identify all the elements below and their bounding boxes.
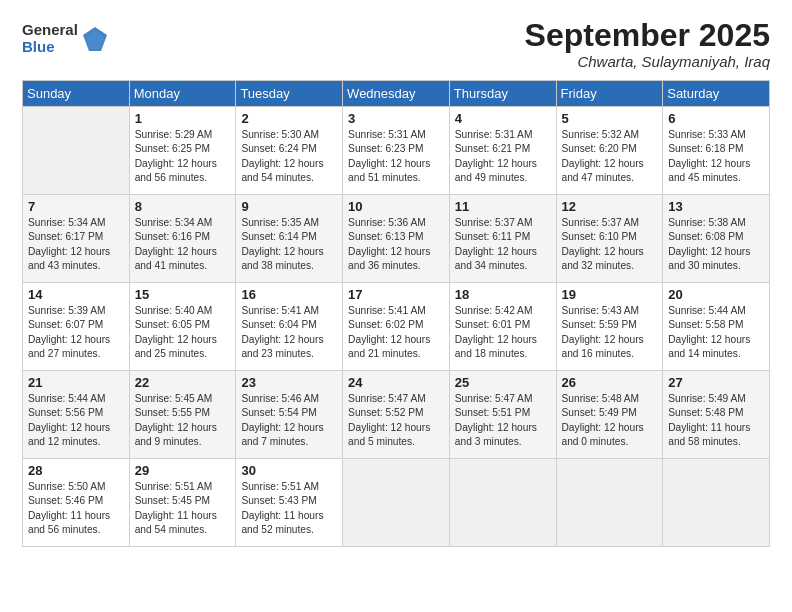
cell-info: Sunrise: 5:37 AM Sunset: 6:11 PM Dayligh…: [455, 216, 551, 273]
cell-info: Sunrise: 5:33 AM Sunset: 6:18 PM Dayligh…: [668, 128, 764, 185]
cell-info: Sunrise: 5:41 AM Sunset: 6:02 PM Dayligh…: [348, 304, 444, 361]
table-cell: 13Sunrise: 5:38 AM Sunset: 6:08 PM Dayli…: [663, 195, 770, 283]
table-cell: [556, 459, 663, 547]
cell-date: 26: [562, 375, 658, 390]
weekday-thursday: Thursday: [449, 81, 556, 107]
cell-info: Sunrise: 5:48 AM Sunset: 5:49 PM Dayligh…: [562, 392, 658, 449]
cell-date: 1: [135, 111, 231, 126]
cell-info: Sunrise: 5:34 AM Sunset: 6:17 PM Dayligh…: [28, 216, 124, 273]
table-cell: [449, 459, 556, 547]
cell-info: Sunrise: 5:43 AM Sunset: 5:59 PM Dayligh…: [562, 304, 658, 361]
week-row-4: 21Sunrise: 5:44 AM Sunset: 5:56 PM Dayli…: [23, 371, 770, 459]
table-cell: 29Sunrise: 5:51 AM Sunset: 5:45 PM Dayli…: [129, 459, 236, 547]
cell-date: 27: [668, 375, 764, 390]
cell-info: Sunrise: 5:50 AM Sunset: 5:46 PM Dayligh…: [28, 480, 124, 537]
cell-date: 24: [348, 375, 444, 390]
weekday-tuesday: Tuesday: [236, 81, 343, 107]
calendar-body: 1Sunrise: 5:29 AM Sunset: 6:25 PM Daylig…: [23, 107, 770, 547]
cell-info: Sunrise: 5:35 AM Sunset: 6:14 PM Dayligh…: [241, 216, 337, 273]
cell-date: 2: [241, 111, 337, 126]
cell-date: 23: [241, 375, 337, 390]
cell-date: 17: [348, 287, 444, 302]
table-cell: 10Sunrise: 5:36 AM Sunset: 6:13 PM Dayli…: [343, 195, 450, 283]
table-cell: 1Sunrise: 5:29 AM Sunset: 6:25 PM Daylig…: [129, 107, 236, 195]
cell-date: 8: [135, 199, 231, 214]
cell-info: Sunrise: 5:31 AM Sunset: 6:23 PM Dayligh…: [348, 128, 444, 185]
table-cell: 7Sunrise: 5:34 AM Sunset: 6:17 PM Daylig…: [23, 195, 130, 283]
calendar-header: SundayMondayTuesdayWednesdayThursdayFrid…: [23, 81, 770, 107]
weekday-monday: Monday: [129, 81, 236, 107]
month-title: September 2025: [525, 18, 770, 53]
cell-date: 29: [135, 463, 231, 478]
cell-info: Sunrise: 5:29 AM Sunset: 6:25 PM Dayligh…: [135, 128, 231, 185]
table-cell: 30Sunrise: 5:51 AM Sunset: 5:43 PM Dayli…: [236, 459, 343, 547]
logo: General Blue: [22, 22, 109, 55]
cell-date: 21: [28, 375, 124, 390]
cell-date: 25: [455, 375, 551, 390]
cell-date: 28: [28, 463, 124, 478]
logo-icon: [81, 25, 109, 53]
cell-info: Sunrise: 5:31 AM Sunset: 6:21 PM Dayligh…: [455, 128, 551, 185]
table-cell: 9Sunrise: 5:35 AM Sunset: 6:14 PM Daylig…: [236, 195, 343, 283]
cell-date: 6: [668, 111, 764, 126]
cell-date: 22: [135, 375, 231, 390]
table-cell: 26Sunrise: 5:48 AM Sunset: 5:49 PM Dayli…: [556, 371, 663, 459]
cell-date: 4: [455, 111, 551, 126]
table-cell: 3Sunrise: 5:31 AM Sunset: 6:23 PM Daylig…: [343, 107, 450, 195]
table-cell: 21Sunrise: 5:44 AM Sunset: 5:56 PM Dayli…: [23, 371, 130, 459]
cell-info: Sunrise: 5:46 AM Sunset: 5:54 PM Dayligh…: [241, 392, 337, 449]
week-row-5: 28Sunrise: 5:50 AM Sunset: 5:46 PM Dayli…: [23, 459, 770, 547]
cell-date: 20: [668, 287, 764, 302]
cell-date: 14: [28, 287, 124, 302]
cell-info: Sunrise: 5:47 AM Sunset: 5:52 PM Dayligh…: [348, 392, 444, 449]
table-cell: 8Sunrise: 5:34 AM Sunset: 6:16 PM Daylig…: [129, 195, 236, 283]
table-cell: 6Sunrise: 5:33 AM Sunset: 6:18 PM Daylig…: [663, 107, 770, 195]
cell-info: Sunrise: 5:45 AM Sunset: 5:55 PM Dayligh…: [135, 392, 231, 449]
cell-info: Sunrise: 5:39 AM Sunset: 6:07 PM Dayligh…: [28, 304, 124, 361]
cell-info: Sunrise: 5:40 AM Sunset: 6:05 PM Dayligh…: [135, 304, 231, 361]
table-cell: 27Sunrise: 5:49 AM Sunset: 5:48 PM Dayli…: [663, 371, 770, 459]
cell-info: Sunrise: 5:42 AM Sunset: 6:01 PM Dayligh…: [455, 304, 551, 361]
table-cell: 12Sunrise: 5:37 AM Sunset: 6:10 PM Dayli…: [556, 195, 663, 283]
cell-info: Sunrise: 5:32 AM Sunset: 6:20 PM Dayligh…: [562, 128, 658, 185]
table-cell: 5Sunrise: 5:32 AM Sunset: 6:20 PM Daylig…: [556, 107, 663, 195]
cell-date: 11: [455, 199, 551, 214]
table-cell: 15Sunrise: 5:40 AM Sunset: 6:05 PM Dayli…: [129, 283, 236, 371]
title-block: September 2025 Chwarta, Sulaymaniyah, Ir…: [525, 18, 770, 70]
location-subtitle: Chwarta, Sulaymaniyah, Iraq: [525, 53, 770, 70]
cell-date: 3: [348, 111, 444, 126]
table-cell: 24Sunrise: 5:47 AM Sunset: 5:52 PM Dayli…: [343, 371, 450, 459]
cell-info: Sunrise: 5:51 AM Sunset: 5:43 PM Dayligh…: [241, 480, 337, 537]
cell-date: 12: [562, 199, 658, 214]
table-cell: 22Sunrise: 5:45 AM Sunset: 5:55 PM Dayli…: [129, 371, 236, 459]
cell-info: Sunrise: 5:44 AM Sunset: 5:56 PM Dayligh…: [28, 392, 124, 449]
cell-date: 13: [668, 199, 764, 214]
table-cell: [663, 459, 770, 547]
weekday-row: SundayMondayTuesdayWednesdayThursdayFrid…: [23, 81, 770, 107]
table-cell: 20Sunrise: 5:44 AM Sunset: 5:58 PM Dayli…: [663, 283, 770, 371]
cell-info: Sunrise: 5:47 AM Sunset: 5:51 PM Dayligh…: [455, 392, 551, 449]
cell-info: Sunrise: 5:34 AM Sunset: 6:16 PM Dayligh…: [135, 216, 231, 273]
weekday-friday: Friday: [556, 81, 663, 107]
cell-info: Sunrise: 5:37 AM Sunset: 6:10 PM Dayligh…: [562, 216, 658, 273]
cell-date: 9: [241, 199, 337, 214]
table-cell: 2Sunrise: 5:30 AM Sunset: 6:24 PM Daylig…: [236, 107, 343, 195]
week-row-1: 1Sunrise: 5:29 AM Sunset: 6:25 PM Daylig…: [23, 107, 770, 195]
cell-info: Sunrise: 5:49 AM Sunset: 5:48 PM Dayligh…: [668, 392, 764, 449]
weekday-sunday: Sunday: [23, 81, 130, 107]
page: General Blue September 2025 Chwarta, Sul…: [0, 0, 792, 612]
cell-info: Sunrise: 5:41 AM Sunset: 6:04 PM Dayligh…: [241, 304, 337, 361]
cell-date: 30: [241, 463, 337, 478]
cell-date: 10: [348, 199, 444, 214]
header-row: General Blue September 2025 Chwarta, Sul…: [22, 18, 770, 70]
weekday-wednesday: Wednesday: [343, 81, 450, 107]
table-cell: 23Sunrise: 5:46 AM Sunset: 5:54 PM Dayli…: [236, 371, 343, 459]
cell-date: 18: [455, 287, 551, 302]
table-cell: 4Sunrise: 5:31 AM Sunset: 6:21 PM Daylig…: [449, 107, 556, 195]
table-cell: 16Sunrise: 5:41 AM Sunset: 6:04 PM Dayli…: [236, 283, 343, 371]
cell-date: 16: [241, 287, 337, 302]
weekday-saturday: Saturday: [663, 81, 770, 107]
logo-general: General: [22, 22, 78, 39]
table-cell: 17Sunrise: 5:41 AM Sunset: 6:02 PM Dayli…: [343, 283, 450, 371]
week-row-2: 7Sunrise: 5:34 AM Sunset: 6:17 PM Daylig…: [23, 195, 770, 283]
